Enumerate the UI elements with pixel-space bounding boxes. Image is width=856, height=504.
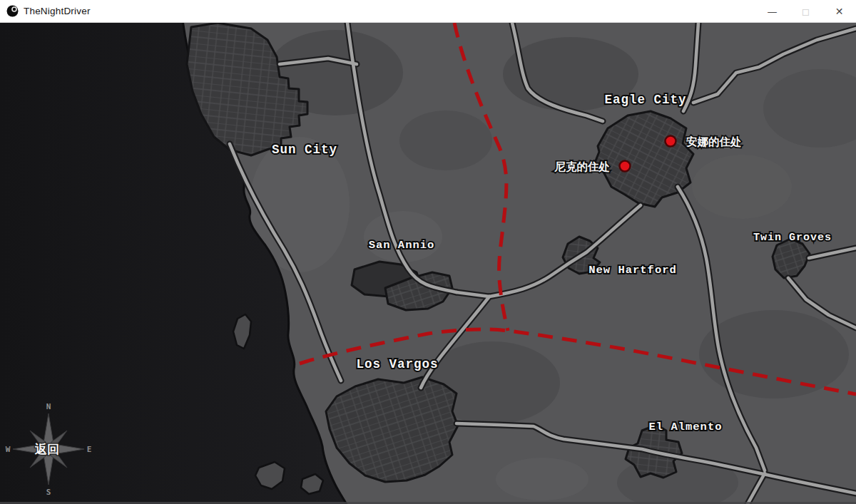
- label-los-vargos: Los Vargos: [356, 357, 438, 371]
- marker-anna-dot[interactable]: [666, 136, 676, 147]
- label-twin-groves: Twin Groves: [753, 232, 832, 244]
- compass-south-label: S: [46, 488, 51, 497]
- compass-north-label: N: [46, 402, 51, 411]
- label-sun-city: Sun City: [272, 143, 337, 157]
- back-button[interactable]: 返回: [34, 442, 59, 456]
- label-el-almento: El Almento: [648, 421, 722, 433]
- minimize-button[interactable]: —: [755, 0, 789, 23]
- marker-nick-dot[interactable]: [620, 161, 631, 172]
- app-icon: [6, 5, 19, 17]
- maximize-button[interactable]: ◻: [789, 0, 822, 23]
- marker-nick-label: 尼克的住处: [554, 160, 611, 173]
- compass-west-label: W: [6, 445, 11, 454]
- game-window: TheNightDriver — ◻ ✕: [0, 0, 856, 504]
- titlebar: TheNightDriver — ◻ ✕: [0, 0, 856, 23]
- close-button[interactable]: ✕: [822, 0, 856, 23]
- window-title: TheNightDriver: [24, 6, 91, 16]
- marker-anna-label: 安娜的住处: [686, 135, 742, 148]
- label-new-hartford: New Hartford: [588, 264, 677, 277]
- compass-east-label: E: [87, 445, 92, 454]
- map-view[interactable]: Sun City Eagle City San Annio New Hartfo…: [0, 23, 856, 504]
- label-san-annio: San Annio: [369, 239, 435, 252]
- label-eagle-city: Eagle City: [604, 93, 686, 107]
- map-canvas: Sun City Eagle City San Annio New Hartfo…: [0, 23, 856, 504]
